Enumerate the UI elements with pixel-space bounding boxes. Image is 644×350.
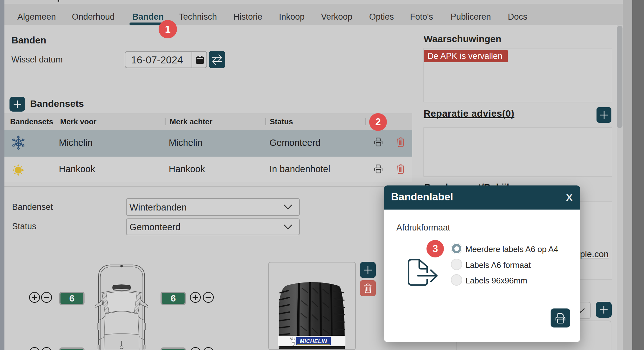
svg-text:MICHELIN: MICHELIN	[300, 338, 327, 344]
